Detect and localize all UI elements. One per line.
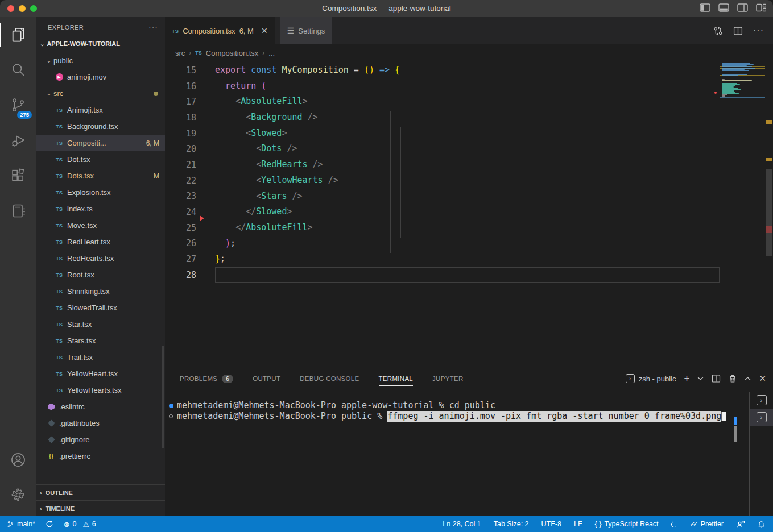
- section-timeline[interactable]: ›TIMELINE: [36, 500, 165, 516]
- tree-item-dots-tsx[interactable]: TSDots.tsxM: [36, 168, 165, 184]
- code-line-28[interactable]: 28: [165, 267, 720, 283]
- code-line-16[interactable]: 16 return (: [165, 78, 720, 94]
- tree-item-package-lock-json[interactable]: {}package-lock.json: [36, 464, 165, 468]
- terminal-shell-select[interactable]: › zsh - public: [626, 374, 676, 383]
- activity-source-control[interactable]: 275: [0, 88, 36, 123]
- code-line-23[interactable]: 23 <Stars />: [165, 189, 720, 205]
- tree-item-explosion-tsx[interactable]: TSExplosion.tsx: [36, 184, 165, 201]
- terminal-line-1[interactable]: mehmetademi@Mehmets-MacBook-Pro apple-wo…: [165, 400, 733, 411]
- scrollbar-thumb[interactable]: [766, 169, 772, 256]
- code-line-21[interactable]: 21 <RedHearts />: [165, 157, 720, 173]
- toggle-primary-sidebar-icon[interactable]: [700, 3, 710, 12]
- maximize-panel-icon[interactable]: [745, 376, 751, 381]
- language-mode[interactable]: { } TypeScript React: [595, 520, 659, 528]
- kill-terminal-trash-icon[interactable]: [729, 374, 737, 383]
- tree-item-redheart-tsx[interactable]: TSRedHeart.tsx: [36, 234, 165, 250]
- activity-account[interactable]: [0, 442, 36, 477]
- tree-item-background-tsx[interactable]: TSBackground.tsx: [36, 118, 165, 135]
- code-line-15[interactable]: 15export const MyComposition = () => {: [165, 63, 720, 78]
- cursor-position[interactable]: Ln 28, Col 1: [443, 520, 481, 528]
- toggle-panel-icon[interactable]: [718, 3, 729, 12]
- tab-composition[interactable]: TS Composition.tsx 6, M ✕: [165, 17, 275, 44]
- close-panel-icon[interactable]: ✕: [759, 373, 766, 384]
- tree-item-slowedtrail-tsx[interactable]: TSSlowedTrail.tsx: [36, 300, 165, 316]
- problems-indicator[interactable]: ⊗ 0 ⚠ 6: [64, 520, 96, 529]
- tree-item-trail-tsx[interactable]: TSTrail.tsx: [36, 349, 165, 365]
- panel-tab-output[interactable]: OUTPUT: [253, 367, 280, 390]
- panel-tab-debug-console[interactable]: DEBUG CONSOLE: [300, 367, 359, 390]
- code-line-20[interactable]: 20 <Dots />: [165, 141, 720, 157]
- activity-run-debug[interactable]: [0, 123, 36, 158]
- tree-item-move-tsx[interactable]: TSMove.tsx: [36, 217, 165, 234]
- tree-item-animoji-mov[interactable]: ▶animoji.mov: [36, 69, 165, 85]
- overview-ruler[interactable]: [765, 63, 773, 367]
- tree-item-redhearts-tsx[interactable]: TSRedHearts.tsx: [36, 250, 165, 267]
- code-line-27[interactable]: 27};: [165, 251, 720, 267]
- project-root[interactable]: ⌄ APPLE-WOW-TUTORIAL: [36, 37, 165, 51]
- tree-item-yellowhearts-tsx[interactable]: TSYellowHearts.tsx: [36, 382, 165, 398]
- tab-size[interactable]: Tab Size: 2: [494, 520, 529, 528]
- split-terminal-icon[interactable]: [712, 374, 721, 383]
- formatter-indicator[interactable]: ✓✓ Prettier: [690, 520, 724, 528]
- feedback-icon[interactable]: [736, 520, 745, 529]
- tree-item--eslintrc[interactable]: .eslintrc: [36, 398, 165, 415]
- new-terminal-button[interactable]: +: [684, 373, 689, 384]
- tab-settings[interactable]: ☰ Settings: [280, 17, 332, 44]
- code-line-24[interactable]: 24 </Slowed>: [165, 204, 720, 220]
- close-tab-icon[interactable]: ✕: [261, 26, 268, 35]
- breadcrumb-file[interactable]: Composition.tsx: [206, 49, 258, 57]
- encoding[interactable]: UTF-8: [541, 520, 561, 528]
- code-line-18[interactable]: 18 <Background />: [165, 110, 720, 126]
- tree-item-yellowheart-tsx[interactable]: TSYellowHeart.tsx: [36, 365, 165, 382]
- sync-button[interactable]: [46, 520, 53, 528]
- code-line-22[interactable]: 22 <YellowHearts />: [165, 173, 720, 189]
- breadcrumb-src[interactable]: src: [175, 49, 185, 57]
- activity-explorer[interactable]: [0, 17, 36, 52]
- gutter-marker-icon: [200, 215, 204, 221]
- tree-item-compositi-[interactable]: TSCompositi...6, M: [36, 135, 165, 151]
- sidebar-scrollbar[interactable]: [162, 346, 164, 448]
- terminal-instance-2[interactable]: ›: [750, 409, 773, 426]
- tree-item-stars-tsx[interactable]: TSStars.tsx: [36, 332, 165, 349]
- activity-notebook[interactable]: [0, 193, 36, 228]
- panel-tab-problems[interactable]: PROBLEMS6: [180, 367, 233, 390]
- minimap[interactable]: [720, 63, 765, 367]
- panel-tab-terminal[interactable]: TERMINAL: [379, 367, 414, 390]
- bell-icon[interactable]: [758, 520, 765, 529]
- git-status-badge: M: [154, 172, 159, 180]
- panel-tab-jupyter[interactable]: JUPYTER: [432, 367, 464, 390]
- branch-indicator[interactable]: main*: [7, 520, 35, 529]
- terminal[interactable]: mehmetademi@Mehmets-MacBook-Pro apple-wo…: [165, 400, 733, 516]
- chevron-down-icon[interactable]: [697, 376, 704, 381]
- breadcrumb-symbol[interactable]: ...: [268, 49, 275, 57]
- open-changes-icon[interactable]: [713, 26, 723, 36]
- tree-item-shrinking-tsx[interactable]: TSShrinking.tsx: [36, 283, 165, 300]
- tree-item-dot-tsx[interactable]: TSDot.tsx: [36, 151, 165, 168]
- code-line-26[interactable]: 26 );: [165, 236, 720, 252]
- customize-layout-icon[interactable]: [756, 3, 766, 12]
- activity-settings[interactable]: [0, 477, 36, 513]
- sidebar-more-actions[interactable]: ···: [148, 23, 158, 32]
- terminal-line-2[interactable]: mehmetademi@Mehmets-MacBook-Pro public %…: [165, 411, 733, 422]
- tree-item--gitattributes[interactable]: .gitattributes: [36, 415, 165, 431]
- activity-search[interactable]: [0, 52, 36, 88]
- tree-item-root-tsx[interactable]: TSRoot.tsx: [36, 267, 165, 283]
- tree-item-star-tsx[interactable]: TSStar.tsx: [36, 316, 165, 332]
- code-line-25[interactable]: 25 </AbsoluteFill>: [165, 220, 720, 236]
- section-outline[interactable]: ›OUTLINE: [36, 484, 165, 500]
- tree-item--gitignore[interactable]: .gitignore: [36, 431, 165, 448]
- tree-item--prettierrc[interactable]: {}.prettierrc: [36, 448, 165, 464]
- tree-item-index-ts[interactable]: TSindex.ts: [36, 201, 165, 217]
- code-line-17[interactable]: 17 <AbsoluteFill>: [165, 94, 720, 110]
- code-editor[interactable]: 15export const MyComposition = () => {16…: [165, 63, 720, 367]
- more-actions-icon[interactable]: ···: [753, 26, 764, 36]
- tree-item-public[interactable]: ⌄public: [36, 52, 165, 69]
- code-line-19[interactable]: 19 <Slowed>: [165, 126, 720, 142]
- tree-item-src[interactable]: ⌄src: [36, 85, 165, 102]
- eol[interactable]: LF: [574, 520, 582, 528]
- toggle-secondary-sidebar-icon[interactable]: [737, 3, 748, 12]
- activity-extensions[interactable]: [0, 158, 36, 193]
- split-editor-icon[interactable]: [733, 26, 743, 36]
- tree-item-animoji-tsx[interactable]: TSAnimoji.tsx: [36, 102, 165, 118]
- terminal-instance-1[interactable]: ›: [750, 392, 773, 409]
